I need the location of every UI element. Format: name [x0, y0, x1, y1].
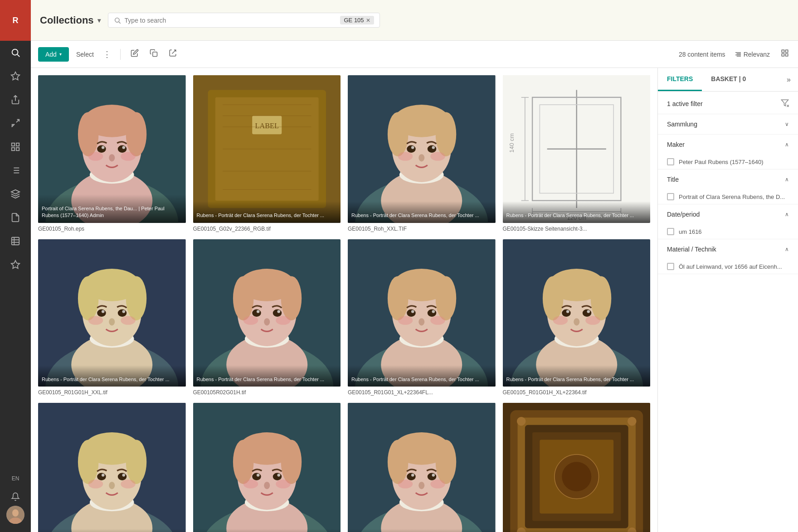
search-icon: [10, 48, 20, 58]
svg-point-50: [122, 146, 126, 149]
filter-section: Date/period ∧ um 1616: [658, 204, 798, 239]
grid-item-filename: GE00105_R01G01H_XL+22364.tif: [503, 389, 651, 396]
grid-item[interactable]: Rubens - Porträt der Clara Serena Rubens…: [193, 239, 341, 396]
svg-rect-11: [16, 148, 19, 150]
grid-item-overlay: Rubens - Porträt der Clara Serena Rubens…: [193, 201, 341, 222]
filter-section: Title ∧ Portrait of Clara Serena Rubens,…: [658, 169, 798, 204]
sort-label: Relevanz: [744, 51, 770, 58]
svg-point-104: [118, 309, 127, 316]
svg-marker-4: [11, 72, 19, 80]
top-header: Collections ▾ GE 105 ✕: [31, 0, 798, 41]
filter-section-header-0[interactable]: Sammlung ∨: [658, 114, 798, 134]
svg-point-188: [276, 479, 291, 488]
grid-item[interactable]: Rubens - Porträt der Clara Serena Rubens…: [503, 403, 651, 532]
svg-point-73: [436, 112, 457, 156]
more-options-icon[interactable]: ⋮: [101, 48, 113, 61]
grid-item[interactable]: Rubens - Porträt der Clara Serena Rubens…: [193, 403, 341, 532]
sidebar-item-grid[interactable]: [0, 135, 31, 159]
sidebar-item-table[interactable]: [0, 229, 31, 253]
sidebar-item-transform[interactable]: [0, 111, 31, 135]
filter-checkbox-4-0[interactable]: [667, 263, 674, 270]
add-button[interactable]: Add ▾: [38, 47, 69, 62]
svg-point-109: [109, 318, 115, 325]
svg-point-205: [418, 482, 424, 489]
svg-line-29: [172, 50, 175, 53]
grid-item[interactable]: LABEL Rubens - Porträt der Clara Serena …: [193, 75, 341, 232]
svg-point-181: [233, 440, 253, 484]
logo[interactable]: R: [0, 0, 31, 41]
clear-filter-button[interactable]: [781, 99, 789, 108]
bell-icon: [11, 492, 20, 501]
tab-basket[interactable]: BASKET | 0: [702, 68, 755, 91]
grid-item[interactable]: Rubens - Porträt der Clara Serena Rubens…: [348, 75, 496, 232]
grid-item-overlay: Rubens - Porträt der Clara Serena Rubens…: [503, 365, 651, 387]
filter-section-header-2[interactable]: Title ∧: [658, 169, 798, 189]
add-label: Add: [45, 51, 57, 58]
grid-item-filename: GE00105_G02v_22366_RGB.tif: [193, 226, 341, 232]
filters-expand-icon[interactable]: »: [779, 68, 798, 91]
svg-line-3: [17, 54, 19, 57]
filter-section: Sammlung ∨: [658, 114, 798, 135]
svg-rect-37: [786, 54, 788, 56]
svg-point-105: [102, 310, 105, 313]
filter-option-label: Peter Paul Rubens (1577–1640): [679, 159, 763, 165]
main-container: Collections ▾ GE 105 ✕ Add ▾ Select ⋮: [31, 0, 798, 532]
sidebar-item-file[interactable]: [0, 206, 31, 229]
svg-point-166: [126, 440, 147, 484]
svg-point-156: [585, 316, 600, 325]
filter-section-chevron: ∧: [785, 211, 789, 218]
grid-item-thumbnail: Portrait of Clara Serena Rubens, the Dau…: [38, 75, 186, 223]
view-toggle-icon[interactable]: [779, 47, 791, 61]
sidebar-item-share[interactable]: [0, 88, 31, 111]
tab-filters[interactable]: FILTERS: [658, 68, 702, 91]
sidebar-item-search[interactable]: [0, 41, 31, 64]
search-input[interactable]: [125, 17, 337, 24]
filter-checkbox-1-0[interactable]: [667, 158, 674, 165]
grid-item[interactable]: 140 cm 120 cm Rubens - Porträt der Clara…: [503, 75, 651, 232]
filter-option: Portrait of Clara Serena Rubens, the D..…: [658, 189, 798, 204]
plugin-icon: [10, 260, 20, 270]
grid-item[interactable]: Rubens - Porträt der Clara Serena Rubens…: [38, 403, 186, 532]
filter-section: Material / Technik ∧ Öl auf Leinwand, vo…: [658, 239, 798, 274]
svg-point-183: [252, 473, 261, 480]
grid-item-overlay: Rubens - Porträt der Clara Serena Rubens…: [503, 529, 651, 532]
svg-point-117: [233, 276, 253, 320]
active-filter-row: 1 active filter: [658, 92, 798, 114]
user-avatar[interactable]: [6, 506, 24, 524]
search-tag-close[interactable]: ✕: [366, 17, 370, 24]
grid-item-overlay: Rubens - Porträt der Clara Serena Rubens…: [503, 201, 651, 222]
svg-point-48: [118, 145, 127, 153]
svg-point-171: [88, 479, 103, 488]
svg-point-2: [12, 49, 18, 55]
filter-checkbox-3-0[interactable]: [667, 228, 674, 235]
sidebar-item-favorites[interactable]: [0, 64, 31, 88]
grid-item-overlay: Rubens - Porträt der Clara Serena Rubens…: [348, 365, 496, 387]
image-grid: Portrait of Clara Serena Rubens, the Dau…: [38, 75, 650, 532]
sidebar-item-layers[interactable]: [0, 182, 31, 206]
filter-section-header-1[interactable]: Maker ∧: [658, 135, 798, 155]
grid-item[interactable]: Rubens - Porträt der Clara Serena Rubens…: [503, 239, 651, 396]
language-selector[interactable]: EN: [0, 469, 31, 488]
grid-item[interactable]: Rubens - Porträt der Clara Serena Rubens…: [38, 239, 186, 396]
svg-point-135: [407, 309, 416, 316]
sort-button[interactable]: Relevanz: [731, 49, 774, 60]
collections-label: Collections: [40, 15, 94, 26]
export-icon[interactable]: [166, 46, 180, 62]
grid-item[interactable]: Rubens - Porträt der Clara Serena Rubens…: [348, 239, 496, 396]
filter-section-header-4[interactable]: Material / Technik ∧: [658, 239, 798, 259]
filter-checkbox-2-0[interactable]: [667, 193, 674, 200]
edit-icon[interactable]: [128, 46, 141, 62]
filter-section-header-3[interactable]: Date/period ∧: [658, 204, 798, 224]
grid-item[interactable]: Rubens - Porträt der Clara Serena Rubens…: [348, 403, 496, 532]
select-button[interactable]: Select: [74, 47, 96, 62]
sidebar-item-list[interactable]: [0, 159, 31, 182]
grid-item[interactable]: Portrait of Clara Serena Rubens, the Dau…: [38, 75, 186, 232]
sidebar-item-plugin[interactable]: [0, 253, 31, 276]
svg-rect-36: [782, 54, 784, 56]
collections-chevron[interactable]: ▾: [97, 17, 101, 24]
copy-icon[interactable]: [147, 46, 161, 62]
filter-section-chevron: ∨: [785, 121, 789, 127]
svg-point-154: [587, 310, 590, 313]
svg-point-24: [12, 509, 19, 517]
notifications-button[interactable]: [0, 488, 31, 506]
